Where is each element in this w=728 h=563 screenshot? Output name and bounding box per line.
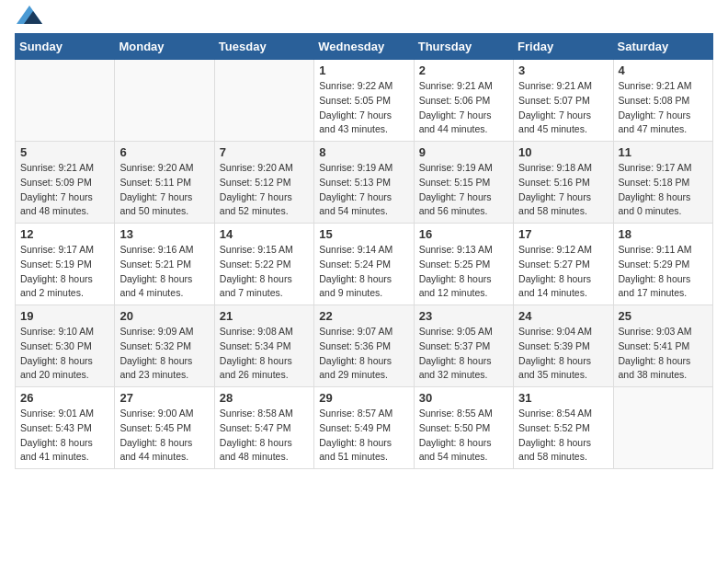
day-number: 3 [518,63,608,77]
day-info: Sunrise: 9:19 AM Sunset: 5:13 PM Dayligh… [319,161,408,219]
calendar-week-row: 5Sunrise: 9:21 AM Sunset: 5:09 PM Daylig… [16,142,713,224]
day-number: 9 [419,145,508,159]
calendar-cell: 18Sunrise: 9:11 AM Sunset: 5:29 PM Dayli… [613,224,712,305]
day-info: Sunrise: 9:17 AM Sunset: 5:19 PM Dayligh… [20,243,109,301]
calendar-week-row: 19Sunrise: 9:10 AM Sunset: 5:30 PM Dayli… [16,305,713,387]
day-number: 14 [220,227,309,241]
day-info: Sunrise: 9:13 AM Sunset: 5:25 PM Dayligh… [419,243,508,301]
day-number: 8 [319,145,408,159]
day-info: Sunrise: 9:21 AM Sunset: 5:07 PM Dayligh… [518,79,608,137]
day-info: Sunrise: 9:03 AM Sunset: 5:41 PM Dayligh… [619,325,708,383]
calendar-cell: 15Sunrise: 9:14 AM Sunset: 5:24 PM Dayli… [314,224,414,305]
calendar-cell: 6Sunrise: 9:20 AM Sunset: 5:11 PM Daylig… [115,142,214,224]
day-info: Sunrise: 9:09 AM Sunset: 5:32 PM Dayligh… [119,325,209,383]
calendar-cell: 21Sunrise: 9:08 AM Sunset: 5:34 PM Dayli… [214,305,313,387]
day-info: Sunrise: 9:11 AM Sunset: 5:29 PM Dayligh… [619,243,708,301]
calendar-cell [115,60,214,142]
calendar-cell: 30Sunrise: 8:55 AM Sunset: 5:50 PM Dayli… [414,387,513,469]
day-info: Sunrise: 9:20 AM Sunset: 5:11 PM Dayligh… [119,161,209,219]
day-info: Sunrise: 9:18 AM Sunset: 5:16 PM Dayligh… [518,161,608,219]
calendar-cell: 8Sunrise: 9:19 AM Sunset: 5:13 PM Daylig… [314,142,414,224]
day-number: 24 [518,309,608,323]
logo-icon [17,6,42,24]
day-number: 23 [419,309,508,323]
day-number: 28 [220,391,309,405]
day-info: Sunrise: 9:14 AM Sunset: 5:24 PM Dayligh… [319,243,408,301]
calendar-cell: 19Sunrise: 9:10 AM Sunset: 5:30 PM Dayli… [16,305,115,387]
weekday-header: Thursday [414,34,513,60]
calendar-cell: 10Sunrise: 9:18 AM Sunset: 5:16 PM Dayli… [514,142,613,224]
weekday-header: Sunday [16,34,115,60]
day-info: Sunrise: 9:10 AM Sunset: 5:30 PM Dayligh… [20,325,109,383]
calendar-cell: 7Sunrise: 9:20 AM Sunset: 5:12 PM Daylig… [214,142,313,224]
day-info: Sunrise: 9:21 AM Sunset: 5:09 PM Dayligh… [20,161,109,219]
day-info: Sunrise: 9:19 AM Sunset: 5:15 PM Dayligh… [419,161,508,219]
day-info: Sunrise: 9:21 AM Sunset: 5:06 PM Dayligh… [419,79,508,137]
calendar-cell: 28Sunrise: 8:58 AM Sunset: 5:47 PM Dayli… [214,387,313,469]
day-number: 22 [319,309,408,323]
day-number: 29 [319,391,408,405]
day-number: 21 [220,309,309,323]
calendar-cell: 9Sunrise: 9:19 AM Sunset: 5:15 PM Daylig… [414,142,513,224]
calendar-cell: 20Sunrise: 9:09 AM Sunset: 5:32 PM Dayli… [115,305,214,387]
day-number: 12 [20,227,109,241]
day-number: 31 [518,391,608,405]
calendar-cell: 2Sunrise: 9:21 AM Sunset: 5:06 PM Daylig… [414,60,513,142]
day-number: 13 [119,227,209,241]
day-info: Sunrise: 9:01 AM Sunset: 5:43 PM Dayligh… [20,407,109,465]
calendar-cell [613,387,712,469]
calendar-cell: 13Sunrise: 9:16 AM Sunset: 5:21 PM Dayli… [115,224,214,305]
day-info: Sunrise: 9:00 AM Sunset: 5:45 PM Dayligh… [119,407,209,465]
day-number: 4 [619,63,708,77]
weekday-header: Friday [514,34,613,60]
calendar-cell: 24Sunrise: 9:04 AM Sunset: 5:39 PM Dayli… [514,305,613,387]
day-info: Sunrise: 9:20 AM Sunset: 5:12 PM Dayligh… [220,161,309,219]
day-info: Sunrise: 9:15 AM Sunset: 5:22 PM Dayligh… [220,243,309,301]
day-number: 7 [220,145,309,159]
calendar-header-row: SundayMondayTuesdayWednesdayThursdayFrid… [16,34,713,60]
day-number: 10 [518,145,608,159]
calendar-cell: 5Sunrise: 9:21 AM Sunset: 5:09 PM Daylig… [16,142,115,224]
calendar-cell: 23Sunrise: 9:05 AM Sunset: 5:37 PM Dayli… [414,305,513,387]
calendar-cell: 31Sunrise: 8:54 AM Sunset: 5:52 PM Dayli… [514,387,613,469]
calendar-week-row: 12Sunrise: 9:17 AM Sunset: 5:19 PM Dayli… [16,224,713,305]
calendar-week-row: 1Sunrise: 9:22 AM Sunset: 5:05 PM Daylig… [16,60,713,142]
day-number: 6 [119,145,209,159]
weekday-header: Monday [115,34,214,60]
day-number: 16 [419,227,508,241]
calendar-cell: 27Sunrise: 9:00 AM Sunset: 5:45 PM Dayli… [115,387,214,469]
day-info: Sunrise: 9:22 AM Sunset: 5:05 PM Dayligh… [319,79,408,137]
day-info: Sunrise: 9:04 AM Sunset: 5:39 PM Dayligh… [518,325,608,383]
calendar-cell: 29Sunrise: 8:57 AM Sunset: 5:49 PM Dayli… [314,387,414,469]
day-number: 25 [619,309,708,323]
day-number: 1 [319,63,408,77]
day-info: Sunrise: 8:57 AM Sunset: 5:49 PM Dayligh… [319,407,408,465]
day-number: 17 [518,227,608,241]
day-info: Sunrise: 8:58 AM Sunset: 5:47 PM Dayligh… [220,407,309,465]
day-number: 19 [20,309,109,323]
calendar-table: SundayMondayTuesdayWednesdayThursdayFrid… [15,33,713,469]
calendar-body: 1Sunrise: 9:22 AM Sunset: 5:05 PM Daylig… [16,60,713,469]
calendar-cell: 12Sunrise: 9:17 AM Sunset: 5:19 PM Dayli… [16,224,115,305]
day-number: 5 [20,145,109,159]
day-info: Sunrise: 9:08 AM Sunset: 5:34 PM Dayligh… [220,325,309,383]
day-info: Sunrise: 9:17 AM Sunset: 5:18 PM Dayligh… [619,161,708,219]
day-info: Sunrise: 9:12 AM Sunset: 5:27 PM Dayligh… [518,243,608,301]
calendar-cell: 4Sunrise: 9:21 AM Sunset: 5:08 PM Daylig… [613,60,712,142]
day-number: 18 [619,227,708,241]
day-number: 27 [119,391,209,405]
calendar-week-row: 26Sunrise: 9:01 AM Sunset: 5:43 PM Dayli… [16,387,713,469]
day-info: Sunrise: 8:55 AM Sunset: 5:50 PM Dayligh… [419,407,508,465]
day-number: 15 [319,227,408,241]
weekday-header: Wednesday [314,34,414,60]
calendar-cell [214,60,313,142]
logo [15,15,42,24]
day-info: Sunrise: 9:07 AM Sunset: 5:36 PM Dayligh… [319,325,408,383]
page-header [15,15,713,24]
calendar-cell: 16Sunrise: 9:13 AM Sunset: 5:25 PM Dayli… [414,224,513,305]
calendar-cell: 14Sunrise: 9:15 AM Sunset: 5:22 PM Dayli… [214,224,313,305]
weekday-header: Tuesday [214,34,313,60]
calendar-cell: 3Sunrise: 9:21 AM Sunset: 5:07 PM Daylig… [514,60,613,142]
calendar-cell: 22Sunrise: 9:07 AM Sunset: 5:36 PM Dayli… [314,305,414,387]
day-number: 11 [619,145,708,159]
